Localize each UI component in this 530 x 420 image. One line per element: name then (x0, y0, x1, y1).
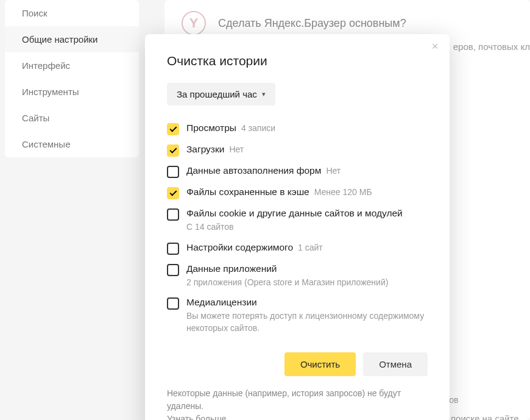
checkbox[interactable] (167, 243, 179, 255)
clear-option-row: Данные автозаполнения формНет (167, 165, 428, 178)
option-body: Просмотры4 записи (186, 123, 428, 133)
clear-option-row: Файлы cookie и другие данные сайтов и мо… (167, 208, 428, 233)
sidebar-item-label: Поиск (22, 8, 48, 18)
option-subtext: С 14 сайтов (186, 221, 428, 233)
option-label-row: ЗагрузкиНет (186, 144, 428, 155)
checkbox[interactable] (167, 144, 179, 157)
option-label-row: Медиалицензии (186, 297, 428, 308)
checkbox[interactable] (167, 264, 179, 276)
option-label-row: Файлы сохраненные в кэшеМенее 120 МБ (186, 187, 428, 198)
option-hint: Нет (229, 144, 244, 154)
option-label: Файлы сохраненные в кэше (186, 187, 309, 198)
clear-button[interactable]: Очистить (284, 352, 356, 376)
checkbox[interactable] (167, 208, 179, 221)
clear-options-list: Просмотры4 записиЗагрузкиНетДанные автоз… (167, 123, 428, 334)
settings-sidebar: ПоискОбщие настройкиИнтерфейсИнструменты… (5, 0, 139, 157)
sidebar-item[interactable]: Инструменты (5, 79, 139, 105)
option-body: МедиалицензииВы можете потерять доступ к… (186, 297, 428, 334)
sidebar-item-label: Общие настройки (22, 34, 98, 44)
option-label: Загрузки (186, 144, 224, 155)
footer-text: Некоторые данные (например, история запр… (167, 388, 401, 411)
sidebar-item-label: Интерфейс (22, 60, 70, 71)
option-label: Просмотры (186, 123, 236, 133)
option-body: ЗагрузкиНет (186, 144, 428, 155)
clear-option-row: Файлы сохраненные в кэшеМенее 120 МБ (167, 187, 428, 199)
option-label-row: Настройки содержимого1 сайт (186, 242, 428, 253)
learn-more-link[interactable]: Узнать больше (167, 414, 226, 420)
promo-subtitle-fragment: еров, почтовых кл (453, 41, 530, 52)
option-label-row: Файлы cookie и другие данные сайтов и мо… (186, 208, 428, 219)
option-subtext: Вы можете потерять доступ к лицензионном… (186, 310, 428, 334)
option-hint: Нет (326, 166, 341, 176)
clear-option-row: ЗагрузкиНет (167, 144, 428, 157)
promo-row: Y Сделать Яндекс.Браузер основным? (182, 11, 513, 35)
clear-option-row: Просмотры4 записи (167, 123, 428, 135)
checkbox[interactable] (167, 166, 179, 178)
option-hint: Менее 120 МБ (314, 187, 372, 197)
dialog-actions: Очистить Отмена (167, 352, 428, 376)
checkmark-icon (169, 125, 177, 132)
time-range-label: За прошедший час (177, 89, 257, 99)
option-label-row: Данные приложений (186, 263, 428, 274)
sidebar-item[interactable]: Интерфейс (5, 52, 139, 79)
clear-option-row: Данные приложений2 приложения (Opera sto… (167, 263, 428, 289)
option-body: Настройки содержимого1 сайт (186, 242, 428, 253)
option-subtext: 2 приложения (Opera store и Магазин прил… (186, 277, 428, 289)
option-hint: 4 записи (241, 123, 275, 133)
sidebar-item-label: Инструменты (22, 87, 79, 97)
chevron-down-icon: ▾ (262, 90, 266, 98)
clear-option-row: Настройки содержимого1 сайт (167, 242, 428, 255)
option-body: Файлы cookie и другие данные сайтов и мо… (186, 208, 428, 233)
option-label: Данные автозаполнения форм (186, 165, 321, 176)
cancel-button[interactable]: Отмена (363, 352, 428, 376)
option-label-row: Данные автозаполнения формНет (186, 165, 428, 176)
option-body: Файлы сохраненные в кэшеМенее 120 МБ (186, 187, 428, 198)
clear-history-dialog: × Очистка истории За прошедший час ▾ Про… (145, 34, 450, 420)
promo-title: Сделать Яндекс.Браузер основным? (218, 17, 406, 30)
sidebar-item[interactable]: Системные (5, 131, 139, 157)
option-label: Данные приложений (186, 263, 277, 274)
checkbox[interactable] (167, 297, 179, 310)
sidebar-item-label: Системные (22, 139, 70, 149)
sidebar-item-label: Сайты (22, 113, 49, 123)
sidebar-item[interactable]: Общие настройки (5, 26, 139, 52)
time-range-select[interactable]: За прошедший час ▾ (167, 83, 275, 105)
option-label: Медиалицензии (186, 297, 257, 308)
checkmark-icon (169, 189, 177, 196)
option-label: Файлы cookie и другие данные сайтов и мо… (186, 208, 403, 219)
option-body: Данные приложений2 приложения (Opera sto… (186, 263, 428, 289)
option-hint: 1 сайт (298, 243, 323, 252)
clear-option-row: МедиалицензииВы можете потерять доступ к… (167, 297, 428, 334)
yandex-logo-icon: Y (182, 11, 206, 35)
option-label-row: Просмотры4 записи (186, 123, 428, 133)
checkmark-icon (169, 146, 177, 154)
close-button[interactable]: × (429, 40, 441, 52)
dialog-footer: Некоторые данные (например, история запр… (167, 387, 428, 420)
option-body: Данные автозаполнения формНет (186, 165, 428, 176)
sidebar-item[interactable]: Сайты (5, 105, 139, 131)
bg-text-fragment: поиске на сайте (451, 413, 519, 420)
checkbox[interactable] (167, 123, 179, 135)
dialog-title: Очистка истории (167, 54, 428, 68)
sidebar-item[interactable]: Поиск (5, 0, 139, 26)
option-label: Настройки содержимого (186, 242, 293, 253)
close-icon: × (432, 40, 439, 53)
checkbox[interactable] (167, 187, 179, 199)
